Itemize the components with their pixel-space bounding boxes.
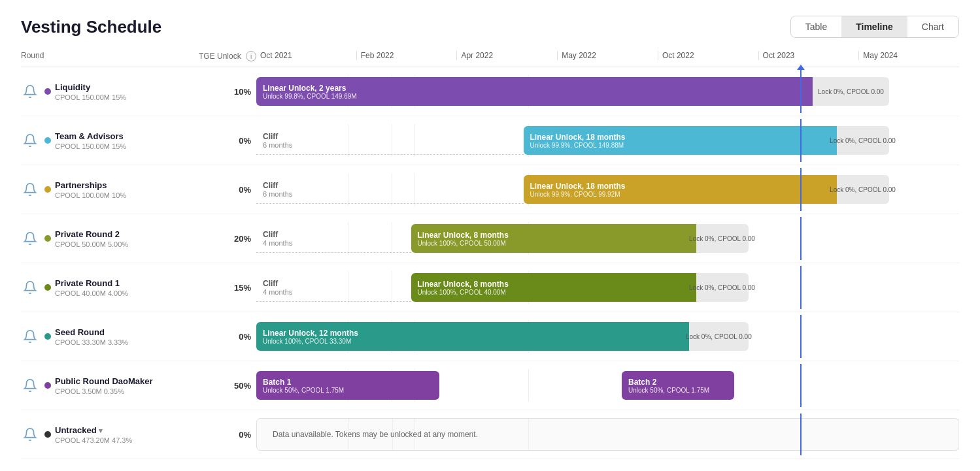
table-row: Private Round 1 CPOOL 40.00M 4.00% 15%Cl… — [21, 263, 959, 312]
bell-icon-2 — [21, 180, 39, 199]
date-grid-line — [528, 369, 529, 402]
current-date-line — [800, 217, 802, 260]
bar-segment-6-1: Batch 2Unlock 50%, CPOOL 1.75M — [622, 371, 734, 400]
current-date-line — [800, 364, 802, 407]
untracked-message: Data unavailable. Tokens may be unlocked… — [265, 430, 951, 439]
row-info-5: Seed Round CPOOL 33.30M 3.33% — [21, 327, 197, 346]
tab-table[interactable]: Table — [791, 16, 841, 37]
date-label-2: Apr 2022 — [456, 51, 557, 60]
bar-segment-3-0: Cliff4 months — [256, 224, 411, 253]
bar-segment-6-0: Batch 1Unlock 50%, CPOOL 1.75M — [256, 371, 439, 400]
row-text-3: Private Round 2 CPOOL 50.00M 5.00% — [55, 229, 128, 248]
row-tge-0: 10% — [197, 87, 256, 97]
rows-container: Liquidity CPOOL 150.00M 15% 10%Linear Un… — [21, 67, 959, 459]
table-row: Team & Advisors CPOOL 150.00M 15% 0%Clif… — [21, 116, 959, 165]
table-row: Partnerships CPOOL 100.00M 10% 0%Cliff6 … — [21, 165, 959, 214]
row-tge-7: 0% — [197, 430, 256, 440]
current-date-line — [800, 168, 802, 211]
row-tge-4: 15% — [197, 283, 256, 293]
bar-segment-1-1: Linear Unlock, 18 monthsUnlock 99.9%, CP… — [524, 126, 889, 155]
tab-timeline[interactable]: Timeline — [841, 16, 907, 37]
date-label-3: May 2022 — [557, 51, 658, 60]
row-info-2: Partnerships CPOOL 100.00M 10% — [21, 180, 197, 199]
bars-outer-4: Cliff4 monthsLinear Unlock, 8 monthsUnlo… — [256, 268, 959, 306]
bars-outer-1: Cliff6 monthsLinear Unlock, 18 monthsUnl… — [256, 122, 959, 159]
bars-wrapper-5: Linear Unlock, 12 monthsUnlock 100%, CPO… — [256, 320, 959, 353]
date-label-5: Oct 2023 — [758, 51, 859, 60]
bars-wrapper-2: Cliff6 monthsLinear Unlock, 18 monthsUnl… — [256, 173, 959, 206]
table-row: Untracked ▾ CPOOL 473.20M 47.3% 0%Data u… — [21, 410, 959, 459]
bars-outer-5: Linear Unlock, 12 monthsUnlock 100%, CPO… — [256, 317, 959, 355]
bars-outer-2: Cliff6 monthsLinear Unlock, 18 monthsUnl… — [256, 171, 959, 208]
bars-wrapper-1: Cliff6 monthsLinear Unlock, 18 monthsUnl… — [256, 124, 959, 157]
row-text-1: Team & Advisors CPOOL 150.00M 15% — [55, 131, 126, 150]
table-row: Seed Round CPOOL 33.30M 3.33% 0%Linear U… — [21, 312, 959, 361]
dot-2 — [44, 186, 51, 193]
table-row: Public Round DaoMaker CPOOL 3.50M 0.35% … — [21, 361, 959, 410]
timeline-container: Round TGE Unlock i Oct 2021Feb 2022Apr 2… — [21, 51, 959, 459]
row-tge-1: 0% — [197, 136, 256, 146]
bar-segment-0-0: Linear Unlock, 2 yearsUnlock 99.8%, CPOO… — [256, 77, 889, 106]
bar-segment-3-1: Linear Unlock, 8 monthsUnlock 100%, CPOO… — [411, 224, 749, 253]
current-date-line — [800, 414, 802, 455]
col-headers: Round TGE Unlock i Oct 2021Feb 2022Apr 2… — [21, 51, 959, 67]
bars-outer-3: Cliff4 monthsLinear Unlock, 8 monthsUnlo… — [256, 219, 959, 257]
table-row: Private Round 2 CPOOL 50.00M 5.00% 20%Cl… — [21, 214, 959, 263]
bell-icon-6 — [21, 376, 39, 395]
bell-icon-1 — [21, 131, 39, 150]
current-date-line — [800, 119, 802, 162]
bar-segment-2-0: Cliff6 months — [256, 175, 524, 204]
row-text-6: Public Round DaoMaker CPOOL 3.50M 0.35% — [55, 376, 153, 395]
col-timeline-header: Oct 2021Feb 2022Apr 2022May 2022Oct 2022… — [256, 51, 959, 61]
current-date-line — [800, 70, 802, 113]
tab-chart[interactable]: Chart — [907, 16, 958, 37]
timeline-dates: Oct 2021Feb 2022Apr 2022May 2022Oct 2022… — [256, 51, 959, 60]
bars-wrapper-4: Cliff4 monthsLinear Unlock, 8 monthsUnlo… — [256, 271, 959, 304]
date-label-0: Oct 2021 — [256, 51, 356, 60]
dot-6 — [44, 382, 51, 389]
row-tge-3: 20% — [197, 234, 256, 244]
row-info-7: Untracked ▾ CPOOL 473.20M 47.3% — [21, 425, 197, 444]
bar-segment-4-1: Linear Unlock, 8 monthsUnlock 100%, CPOO… — [411, 273, 749, 302]
row-info-3: Private Round 2 CPOOL 50.00M 5.00% — [21, 229, 197, 248]
page-title: Vesting Schedule — [21, 17, 161, 37]
current-date-line — [800, 266, 802, 309]
bars-outer-0: Linear Unlock, 2 yearsUnlock 99.8%, CPOO… — [256, 73, 959, 110]
row-tge-2: 0% — [197, 185, 256, 195]
row-text-5: Seed Round CPOOL 33.30M 3.33% — [55, 327, 128, 346]
row-tge-6: 50% — [197, 381, 256, 391]
bars-outer-6: Batch 1Unlock 50%, CPOOL 1.75MBatch 2Unl… — [256, 366, 959, 404]
date-label-4: Oct 2022 — [658, 51, 758, 60]
dot-1 — [44, 137, 51, 144]
bar-segment-1-0: Cliff6 months — [256, 126, 524, 155]
row-info-0: Liquidity CPOOL 150.00M 15% — [21, 82, 197, 101]
tge-info-icon[interactable]: i — [246, 51, 256, 61]
view-tabs: Table Timeline Chart — [790, 16, 959, 38]
timeline-arrow — [797, 65, 805, 70]
bars-wrapper-7: Data unavailable. Tokens may be unlocked… — [256, 418, 959, 451]
dot-7 — [44, 431, 51, 438]
current-date-line — [800, 315, 802, 358]
bell-icon-5 — [21, 327, 39, 346]
row-text-0: Liquidity CPOOL 150.00M 15% — [55, 82, 126, 101]
bars-wrapper-0: Linear Unlock, 2 yearsUnlock 99.8%, CPOO… — [256, 75, 959, 108]
bell-icon-7 — [21, 425, 39, 444]
row-tge-5: 0% — [197, 332, 256, 342]
col-round-header: Round — [21, 51, 197, 61]
row-info-1: Team & Advisors CPOOL 150.00M 15% — [21, 131, 197, 150]
row-text-4: Private Round 1 CPOOL 40.00M 4.00% — [55, 278, 128, 297]
bar-segment-4-0: Cliff4 months — [256, 273, 411, 302]
row-info-6: Public Round DaoMaker CPOOL 3.50M 0.35% — [21, 376, 197, 395]
date-label-1: Feb 2022 — [356, 51, 457, 60]
dot-5 — [44, 333, 51, 340]
bar-segment-5-0: Linear Unlock, 12 monthsUnlock 100%, CPO… — [256, 322, 749, 351]
dot-4 — [44, 284, 51, 291]
bars-wrapper-6: Batch 1Unlock 50%, CPOOL 1.75MBatch 2Unl… — [256, 369, 959, 402]
dot-3 — [44, 235, 51, 242]
date-grid-line — [958, 419, 959, 450]
row-info-4: Private Round 1 CPOOL 40.00M 4.00% — [21, 278, 197, 297]
dot-0 — [44, 88, 51, 95]
bars-outer-7: Data unavailable. Tokens may be unlocked… — [256, 415, 959, 453]
row-text-2: Partnerships CPOOL 100.00M 10% — [55, 180, 126, 199]
date-label-6: May 2024 — [858, 51, 959, 60]
